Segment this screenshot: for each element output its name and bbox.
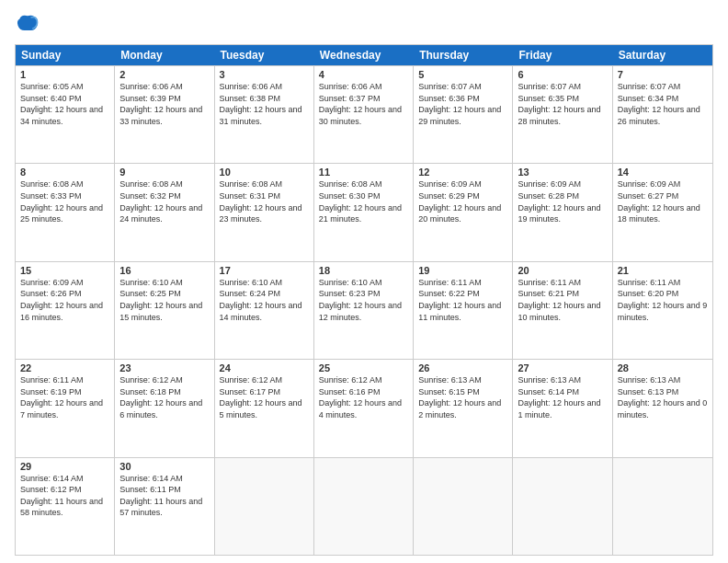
day-number: 9 — [119, 167, 209, 178]
empty-cell — [414, 458, 513, 555]
day-cell-19: 19 Sunrise: 6:11 AM Sunset: 6:22 PM Dayl… — [414, 262, 513, 359]
day-cell-10: 10 Sunrise: 6:08 AM Sunset: 6:31 PM Dayl… — [215, 164, 314, 260]
daylight-info: Daylight: 11 hours and 57 minutes. — [119, 497, 202, 518]
day-cell-1: 1 Sunrise: 6:05 AM Sunset: 6:40 PM Dayli… — [16, 66, 115, 163]
sunset-info: Sunset: 6:32 PM — [119, 191, 181, 201]
sunset-info: Sunset: 6:38 PM — [220, 94, 281, 103]
day-number: 11 — [319, 167, 408, 178]
day-number: 24 — [220, 362, 309, 373]
page: SundayMondayTuesdayWednesdayThursdayFrid… — [0, 0, 728, 563]
sunrise-info: Sunrise: 6:06 AM — [319, 82, 382, 91]
day-cell-7: 7 Sunrise: 6:07 AM Sunset: 6:34 PM Dayli… — [613, 66, 712, 163]
daylight-info: Daylight: 11 hours and 58 minutes. — [20, 497, 103, 518]
day-number: 25 — [319, 362, 408, 373]
sunset-info: Sunset: 6:24 PM — [220, 289, 281, 298]
day-cell-3: 3 Sunrise: 6:06 AM Sunset: 6:38 PM Dayli… — [215, 66, 314, 163]
daylight-info: Daylight: 12 hours and 2 minutes. — [418, 398, 501, 419]
day-cell-13: 13 Sunrise: 6:09 AM Sunset: 6:28 PM Dayl… — [513, 164, 612, 260]
day-number: 23 — [119, 362, 209, 373]
sunset-info: Sunset: 6:20 PM — [618, 289, 679, 298]
sunrise-info: Sunrise: 6:12 AM — [220, 375, 283, 385]
sunrise-info: Sunrise: 6:08 AM — [119, 179, 183, 189]
daylight-info: Daylight: 12 hours and 23 minutes. — [220, 203, 302, 224]
sunrise-info: Sunrise: 6:11 AM — [20, 375, 84, 385]
daylight-info: Daylight: 12 hours and 4 minutes. — [319, 398, 402, 419]
sunrise-info: Sunrise: 6:14 AM — [119, 474, 183, 483]
sunrise-info: Sunrise: 6:09 AM — [618, 179, 681, 189]
sunrise-info: Sunrise: 6:08 AM — [319, 179, 382, 189]
sunrise-info: Sunrise: 6:14 AM — [20, 474, 84, 483]
daylight-info: Daylight: 12 hours and 16 minutes. — [20, 301, 103, 322]
day-cell-23: 23 Sunrise: 6:12 AM Sunset: 6:18 PM Dayl… — [115, 360, 214, 456]
header-day-wednesday: Wednesday — [314, 45, 414, 65]
sunset-info: Sunset: 6:11 PM — [119, 485, 181, 494]
logo — [15, 11, 44, 37]
daylight-info: Daylight: 12 hours and 24 minutes. — [119, 203, 202, 224]
sunrise-info: Sunrise: 6:08 AM — [20, 179, 84, 189]
daylight-info: Daylight: 12 hours and 33 minutes. — [119, 105, 202, 126]
daylight-info: Daylight: 12 hours and 6 minutes. — [119, 398, 202, 419]
calendar-row-1: 1 Sunrise: 6:05 AM Sunset: 6:40 PM Dayli… — [16, 65, 712, 163]
daylight-info: Daylight: 12 hours and 26 minutes. — [618, 105, 700, 126]
day-number: 28 — [618, 362, 708, 373]
daylight-info: Daylight: 12 hours and 7 minutes. — [20, 398, 103, 419]
logo-icon — [15, 11, 40, 37]
daylight-info: Daylight: 12 hours and 20 minutes. — [418, 203, 501, 224]
sunset-info: Sunset: 6:40 PM — [20, 94, 82, 103]
calendar-header: SundayMondayTuesdayWednesdayThursdayFrid… — [16, 45, 712, 65]
day-cell-15: 15 Sunrise: 6:09 AM Sunset: 6:26 PM Dayl… — [16, 262, 115, 359]
sunset-info: Sunset: 6:13 PM — [618, 387, 679, 396]
day-number: 18 — [319, 265, 408, 276]
sunrise-info: Sunrise: 6:09 AM — [518, 179, 581, 189]
day-number: 30 — [119, 461, 209, 472]
sunrise-info: Sunrise: 6:13 AM — [418, 375, 482, 385]
sunset-info: Sunset: 6:16 PM — [319, 387, 381, 396]
daylight-info: Daylight: 12 hours and 19 minutes. — [518, 203, 600, 224]
sunset-info: Sunset: 6:28 PM — [518, 191, 579, 201]
day-cell-9: 9 Sunrise: 6:08 AM Sunset: 6:32 PM Dayli… — [115, 164, 214, 260]
day-number: 12 — [418, 167, 507, 178]
sunset-info: Sunset: 6:19 PM — [20, 387, 82, 396]
calendar-row-4: 22 Sunrise: 6:11 AM Sunset: 6:19 PM Dayl… — [16, 359, 712, 456]
daylight-info: Daylight: 12 hours and 28 minutes. — [518, 105, 600, 126]
day-number: 19 — [418, 265, 507, 276]
sunset-info: Sunset: 6:18 PM — [119, 387, 181, 396]
sunset-info: Sunset: 6:17 PM — [220, 387, 281, 396]
day-cell-8: 8 Sunrise: 6:08 AM Sunset: 6:33 PM Dayli… — [16, 164, 115, 260]
day-number: 26 — [418, 362, 507, 373]
daylight-info: Daylight: 12 hours and 18 minutes. — [618, 203, 700, 224]
sunrise-info: Sunrise: 6:05 AM — [20, 82, 84, 91]
sunset-info: Sunset: 6:39 PM — [119, 94, 181, 103]
header-day-friday: Friday — [513, 45, 612, 65]
sunset-info: Sunset: 6:14 PM — [518, 387, 579, 396]
day-cell-20: 20 Sunrise: 6:11 AM Sunset: 6:21 PM Dayl… — [513, 262, 612, 359]
daylight-info: Daylight: 12 hours and 11 minutes. — [418, 301, 501, 322]
sunset-info: Sunset: 6:30 PM — [319, 191, 381, 201]
empty-cell — [215, 458, 314, 555]
empty-cell — [613, 458, 712, 555]
sunset-info: Sunset: 6:36 PM — [418, 94, 480, 103]
sunset-info: Sunset: 6:27 PM — [618, 191, 679, 201]
header-day-monday: Monday — [115, 45, 214, 65]
day-cell-16: 16 Sunrise: 6:10 AM Sunset: 6:25 PM Dayl… — [115, 262, 214, 359]
day-cell-28: 28 Sunrise: 6:13 AM Sunset: 6:13 PM Dayl… — [613, 360, 712, 456]
sunrise-info: Sunrise: 6:12 AM — [119, 375, 183, 385]
day-number: 7 — [618, 69, 708, 80]
sunset-info: Sunset: 6:25 PM — [119, 289, 181, 298]
daylight-info: Daylight: 12 hours and 34 minutes. — [20, 105, 103, 126]
sunrise-info: Sunrise: 6:10 AM — [319, 278, 382, 287]
sunrise-info: Sunrise: 6:09 AM — [418, 179, 482, 189]
day-cell-29: 29 Sunrise: 6:14 AM Sunset: 6:12 PM Dayl… — [16, 458, 115, 555]
daylight-info: Daylight: 12 hours and 10 minutes. — [518, 301, 600, 322]
sunset-info: Sunset: 6:33 PM — [20, 191, 82, 201]
daylight-info: Daylight: 12 hours and 15 minutes. — [119, 301, 202, 322]
day-number: 29 — [20, 461, 109, 472]
daylight-info: Daylight: 12 hours and 0 minutes. — [618, 398, 708, 419]
day-number: 5 — [418, 69, 507, 80]
day-number: 6 — [518, 69, 607, 80]
day-number: 27 — [518, 362, 607, 373]
empty-cell — [513, 458, 612, 555]
day-number: 10 — [220, 167, 309, 178]
day-cell-26: 26 Sunrise: 6:13 AM Sunset: 6:15 PM Dayl… — [414, 360, 513, 456]
day-cell-14: 14 Sunrise: 6:09 AM Sunset: 6:27 PM Dayl… — [613, 164, 712, 260]
